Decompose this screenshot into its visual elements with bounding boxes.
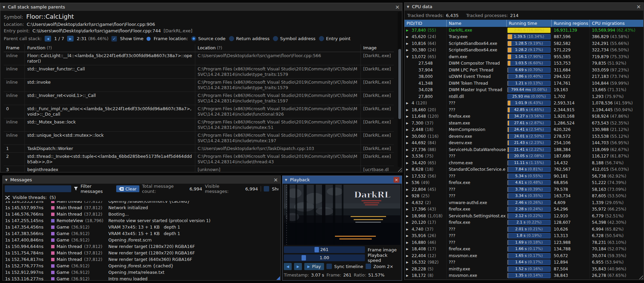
expand-arrow-icon[interactable]: ▶ — [406, 234, 410, 237]
cpu-row[interactable]: ▶16,332(982)???1.64 s (0.17%)12,8946,955… — [404, 259, 643, 266]
expand-arrow-icon[interactable]: ▶ — [406, 174, 410, 178]
callstack-row[interactable]: inlinestd::_Mutex_base::lockC:\Program F… — [4, 118, 394, 132]
frame-image-slider[interactable]: 261 — [284, 246, 365, 253]
expand-arrow-icon[interactable]: ▶ — [406, 261, 410, 264]
expand-arrow-icon[interactable]: ▶ — [406, 128, 410, 131]
message-row[interactable]: 1s 147,383,566nsGame(36,912)VRAM 43x45: … — [3, 230, 280, 237]
expand-arrow-icon[interactable]: ▶ — [406, 221, 410, 224]
close-icon[interactable]: × — [394, 177, 399, 183]
col-image[interactable]: Image — [361, 44, 394, 52]
message-row[interactable]: 1s 126,353,272nsMain thread(37,812)Openi… — [3, 201, 280, 204]
col-frame[interactable]: Frame — [4, 44, 25, 52]
expand-arrow-icon[interactable]: ▶ — [406, 228, 410, 231]
cpu-row[interactable]: ▶17,396(43)firefox.exe2.28 s (0.24%)54,2… — [404, 206, 643, 213]
cpu-row[interactable]: ▶35,916(26)???1.8 s (0.19%)13,3136,728 (… — [404, 233, 643, 239]
scrollbar-thumb[interactable] — [398, 49, 401, 119]
expand-arrow-icon[interactable]: ▶ — [406, 121, 410, 125]
expand-arrow-icon[interactable]: ▶ — [406, 135, 410, 138]
cpu-row[interactable]: ▶34,420(65)chrome.exe11.11 s (1.15%)14,4… — [404, 160, 643, 166]
cpu-row[interactable]: ▶22,404(12)msvsmon.exe1.65 s (0.17%)50,6… — [404, 252, 643, 259]
cpu-row[interactable]: ▶4,632(2)vmware-authd.exe2.46 s (0.26%)4… — [404, 199, 643, 206]
expand-arrow-icon[interactable]: ▶ — [406, 108, 410, 112]
close-icon[interactable]: × — [395, 5, 400, 10]
col-function[interactable]: Function (?) — [25, 44, 195, 52]
col-running-time[interactable]: Running time — [507, 20, 552, 27]
cpu-row[interactable]: ▶928(25)???3.34 s (0.35%)163,73487,605 (… — [404, 193, 643, 200]
expand-arrow-icon[interactable]: ▶ — [406, 154, 410, 158]
play-button[interactable]: ▶ Play — [304, 263, 324, 270]
expand-arrow-icon[interactable]: ▶ — [406, 42, 410, 45]
filter-input[interactable] — [5, 185, 71, 192]
visible-threads-row[interactable]: Visible threads: (5) — [3, 194, 280, 201]
cpu-row[interactable]: ▶28,228(5)mintty.exe1.52 s (0.16%)87,504… — [404, 266, 643, 272]
cpu-row[interactable]: 38,000uDWM Event Thread3.86 s (0.40%)294… — [404, 73, 643, 80]
close-icon[interactable]: × — [637, 4, 641, 9]
cpu-row[interactable]: ▶18,408(17)firefox.exe1.66 s (0.17%)134,… — [404, 246, 643, 253]
playback-titlebar[interactable]: ▼ Playback × — [282, 176, 402, 184]
expand-arrow-icon[interactable]: ▶ — [406, 141, 410, 145]
callstack-row[interactable]: 0std::_Func_impl_no_alloc<<lambda_5bc224… — [4, 105, 394, 118]
expand-arrow-icon[interactable]: ▶ — [406, 181, 410, 184]
expand-arrow-icon[interactable]: ▶ — [406, 148, 410, 151]
cpu-row[interactable]: ▶18,968(1,018)ServiceHub.SettingsHost.ex… — [404, 213, 643, 219]
cpu-row[interactable]: ▶11,648(120)firefox.exe34.27 s (3.56%)1,… — [404, 113, 643, 120]
message-row[interactable]: 1s 153,116,277nsGame(36,912)Intro menu l… — [3, 276, 280, 280]
message-row[interactable]: 1s 145,557,997nsMain thread(37,812)Netwo… — [3, 204, 280, 211]
expand-arrow-icon[interactable]: ▶ — [406, 48, 410, 52]
prev-frame-button[interactable]: ◀ — [284, 263, 292, 270]
callstack-scrollbar[interactable] — [398, 12, 402, 167]
cpu-row[interactable]: 37,904DWM LPC Port Thread6.69 s (0.70%)3… — [404, 67, 643, 73]
callstack-row[interactable]: 1TaskDispatch::WorkerC:\Users\wolf\Deskt… — [4, 145, 394, 153]
cpu-row[interactable]: ▶27,736(88)ServiceHub.DataWarehouse21.41… — [404, 146, 643, 153]
cpu-row[interactable]: ▶2,448(18)MemCompression24.41 s (2.54%)6… — [404, 127, 643, 133]
expand-arrow-icon[interactable]: ▶ — [406, 101, 410, 105]
cpu-titlebar[interactable]: ▼ CPU data × — [404, 3, 643, 11]
expand-arrow-icon[interactable]: ▶ — [406, 274, 410, 277]
sync-timeline-checkbox[interactable] — [326, 264, 332, 269]
expand-arrow-icon[interactable]: ▶ — [406, 207, 410, 211]
callstack-row[interactable]: 2std::thread::_Invoke<std::tuple<<lambda… — [4, 153, 394, 166]
clear-button[interactable]: Clear — [116, 185, 139, 192]
cpu-row[interactable]: 41,348DWM Token Thread1.21 s (0.13%)174,… — [404, 80, 643, 87]
cpu-row[interactable]: ▶7,300(37)steam.exe27.61 s (2.87%)1,286,… — [404, 120, 643, 127]
show-time-checkbox[interactable]: ✓ — [111, 36, 117, 41]
cpu-row[interactable]: ▶37,840(55)DarkRL.exe2:41.6 (16.80%)16,9… — [404, 27, 643, 34]
col-name[interactable]: Name — [447, 20, 507, 27]
close-icon[interactable]: × — [274, 178, 278, 182]
cpu-row[interactable]: ▶8,628(18)StandardCollector.Service.e7.8… — [404, 166, 643, 173]
message-row[interactable]: 1s 151,754,784nsMain thread(37,812)New r… — [3, 250, 280, 256]
expand-arrow-icon[interactable]: ▶ — [406, 241, 410, 244]
cpu-row[interactable]: ▼13,072(65)dwm.exe1:16.1 (7.90%)955,5857… — [404, 53, 643, 60]
playback-speed-slider[interactable]: 1.00 — [284, 254, 365, 261]
zoom-2x-checkbox[interactable] — [366, 264, 371, 269]
cpu-row[interactable]: 34,028DWM Master Input Thread799.64 ms (… — [404, 87, 643, 94]
callstack-row[interactable]: inlinestd::_Invoker_ret<void,1>::_CallC:… — [4, 92, 394, 105]
messages-titlebar[interactable]: ▼ Messages × — [3, 176, 280, 184]
collapse-icon[interactable]: ▼ — [285, 178, 287, 182]
expand-arrow-icon[interactable]: ▶ — [406, 35, 410, 38]
col-pid-tid[interactable]: PID/TID — [404, 20, 447, 27]
cpu-row[interactable]: ▶4(120)???1:01.9 (6.43%)2,593,3141,078,5… — [404, 100, 643, 107]
message-row[interactable]: 1s 150,994,644nsMain thread(37,812)New r… — [3, 243, 280, 250]
next-frame-button[interactable]: ▶ — [294, 263, 302, 270]
col-running-regions[interactable]: Running regions — [552, 20, 590, 27]
collapse-icon[interactable]: ▼ — [3, 5, 5, 9]
show-callstacks-checkbox[interactable] — [264, 186, 269, 192]
cpu-row[interactable]: ▶18,460(20)???42.85 s (4.45%)2,344,9151,… — [404, 106, 643, 113]
expand-arrow-icon[interactable]: ▶ — [406, 214, 410, 218]
expand-arrow-icon[interactable]: ▶ — [406, 168, 410, 171]
expand-arrow-icon[interactable]: ▶ — [406, 254, 410, 257]
col-location[interactable]: Location (?) — [195, 44, 361, 52]
message-row[interactable]: 1s 152,764,817nsMain thread(37,812)New r… — [3, 256, 280, 263]
message-row[interactable]: 1s 152,912,997nsGame(36,912)Opening /met… — [3, 269, 280, 276]
cpu-row[interactable]: ▶536(49)firefox.exe4.61 s (0.48%)68,8565… — [404, 180, 643, 186]
expand-arrow-icon[interactable]: ▶ — [406, 115, 410, 118]
playback-frame-image[interactable]: DarkRL — [284, 185, 400, 245]
callstack-row[interactable]: inlinestd::_Invoker_functor::_CallC:\Pro… — [4, 65, 394, 79]
prev-parent-button[interactable]: ◀ — [45, 36, 51, 41]
expand-arrow-icon[interactable]: ▶ — [406, 201, 410, 204]
frame-location-radio[interactable]: Symbol address — [273, 36, 316, 41]
message-row[interactable]: 1s 146,576,766nsMain thread(37,812)Booti… — [3, 211, 280, 217]
collapse-icon[interactable]: ▼ — [5, 178, 7, 182]
collapse-arrow-icon[interactable]: ▼ — [406, 55, 410, 59]
